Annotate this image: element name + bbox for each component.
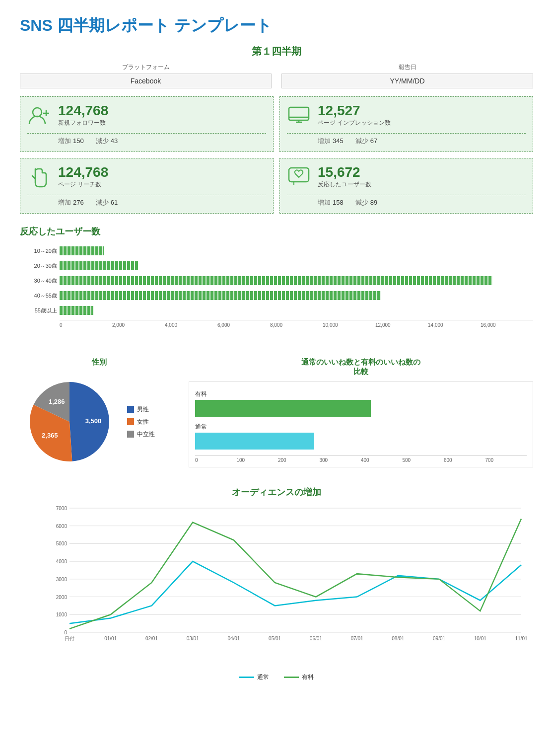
- gender-chart-title: 性別: [20, 358, 179, 367]
- decrease-followers: 減少43: [96, 137, 118, 146]
- metric-card-impressions: 12,527 ページ インプレッション数 増加345 減少67: [279, 96, 533, 152]
- legend-label-2: 中立性: [137, 430, 155, 439]
- legend-color-0: [127, 406, 134, 413]
- legend-color-2: [127, 431, 134, 438]
- pie-label-0: 3,500: [85, 417, 102, 425]
- hbar-row-0: 有料: [195, 390, 527, 417]
- hbar-axis-tick: 700: [485, 457, 527, 463]
- y-axis-label: 6000: [56, 524, 68, 529]
- pie-label-1: 2,365: [42, 432, 58, 439]
- legend-color-1: [127, 418, 134, 425]
- hbar-label-1: 通常: [195, 423, 527, 431]
- hbar-fill-1: [195, 433, 314, 450]
- metric-card-reactions: 15,672 反応したユーザー数 増加158 減少89: [279, 158, 533, 214]
- increase-reactions: 増加158: [318, 198, 344, 207]
- heart-speech-icon: [287, 165, 311, 189]
- x-axis-label: 02/01: [145, 636, 158, 641]
- metric-card-reach: 124,768 ページ リーチ数 増加276 減少61: [20, 158, 274, 214]
- axis-label: 0: [60, 322, 112, 328]
- x-axis-label: 10/01: [474, 636, 486, 641]
- bar-fill-2: [60, 276, 492, 285]
- audience-chart-title: オーディエンスの増加: [20, 486, 533, 498]
- line-series-1: [69, 519, 521, 628]
- reaction-chart-title: 反応したユーザー数: [20, 226, 533, 237]
- x-axis-label: 日付: [65, 636, 74, 641]
- x-axis-label: 06/01: [310, 636, 322, 641]
- axis-label: 2,000: [112, 322, 165, 328]
- bar-chart-area: 10～20歳 20～30歳 30～40歳 40～55歳 55歳以上 02,000…: [20, 245, 533, 343]
- legend-label-0: 男性: [137, 405, 149, 414]
- x-axis-label: 04/01: [227, 636, 240, 641]
- page-title: SNS 四半期レポート テンプレート: [20, 15, 533, 37]
- x-axis-label: 01/01: [104, 636, 117, 641]
- metric-value-reach: 124,768: [58, 164, 108, 180]
- x-axis-label: 08/01: [392, 636, 404, 641]
- bar-fill-1: [60, 261, 138, 270]
- monitor-icon: [287, 103, 311, 127]
- pie-legend: 男性 女性 中立性: [127, 405, 155, 439]
- bar-label-0: 10～20歳: [20, 247, 57, 255]
- line-legend-swatch-0: [239, 677, 254, 678]
- hbar-axis-tick: 0: [195, 457, 237, 463]
- hbar-axis-tick: 100: [237, 457, 278, 463]
- bar-fill-4: [60, 306, 93, 315]
- gender-pie-chart: 3,5002,3651,286: [20, 372, 119, 471]
- axis-label: 6,000: [217, 322, 270, 328]
- hbar-row-1: 通常: [195, 423, 527, 450]
- axis-label: 8,000: [270, 322, 323, 328]
- charts-row: 性別 3,5002,3651,286 男性 女性 中立性 通常のいいね数と有料の…: [20, 358, 533, 471]
- bar-label-1: 20～30歳: [20, 262, 57, 270]
- date-section: 報告日 YY/MM/DD: [281, 63, 533, 88]
- y-axis-label: 5000: [56, 541, 68, 546]
- decrease-reactions: 減少89: [355, 198, 377, 207]
- bar-fill-0: [60, 246, 104, 255]
- svg-point-0: [33, 108, 42, 117]
- metric-label-impressions: ページ インプレッション数: [318, 119, 391, 127]
- x-axis-label: 03/01: [187, 636, 199, 641]
- axis-label: 10,000: [323, 322, 375, 328]
- audience-line-chart-section: オーディエンスの増加 01000200030004000500060007000…: [20, 486, 533, 681]
- x-axis-label: 05/01: [269, 636, 281, 641]
- decrease-impressions: 減少67: [355, 137, 377, 146]
- platform-value[interactable]: Facebook: [20, 74, 272, 88]
- likes-compare-section: 通常のいいね数と有料のいいね数の 比較 有料 通常 01002003004005…: [189, 358, 533, 467]
- svg-rect-3: [289, 107, 309, 120]
- platform-section: プラットフォーム Facebook: [20, 63, 272, 88]
- hbar-label-0: 有料: [195, 390, 527, 398]
- hbar-axis-tick: 400: [361, 457, 403, 463]
- axis-label: 16,000: [481, 322, 533, 328]
- line-series-0: [69, 561, 521, 623]
- line-legend-item-0: 通常: [239, 673, 269, 681]
- svg-rect-7: [289, 168, 309, 182]
- y-axis-label: 1000: [56, 612, 68, 617]
- y-axis-label: 3000: [56, 577, 68, 582]
- metric-value-impressions: 12,527: [318, 103, 391, 119]
- decrease-reach: 減少61: [96, 198, 118, 207]
- pie-legend-item-1: 女性: [127, 418, 155, 426]
- increase-reach: 増加276: [58, 198, 84, 207]
- platform-label: プラットフォーム: [20, 63, 272, 72]
- metric-label-reactions: 反応したユーザー数: [318, 180, 371, 189]
- y-axis-label: 2000: [56, 595, 68, 600]
- bar-label-3: 40～55歳: [20, 292, 57, 300]
- metrics-grid: 124,768 新規フォロワー数 増加150 減少43 12,527 ページ イ…: [20, 96, 533, 214]
- axis-label: 14,000: [428, 322, 481, 328]
- increase-followers: 増加150: [58, 137, 84, 146]
- line-legend-item-1: 有料: [284, 673, 314, 681]
- person-add-icon: [27, 103, 51, 127]
- x-axis-label: 07/01: [351, 636, 363, 641]
- date-value[interactable]: YY/MM/DD: [281, 74, 533, 88]
- metric-card-followers: 124,768 新規フォロワー数 増加150 減少43: [20, 96, 274, 152]
- line-legend-label-1: 有料: [302, 673, 314, 681]
- line-chart-svg: 01000200030004000500060007000日付01/0102/0…: [45, 503, 531, 652]
- line-legend: 通常 有料: [20, 673, 533, 681]
- y-axis-label: 4000: [56, 559, 68, 564]
- date-label: 報告日: [281, 63, 533, 72]
- axis-label: 12,000: [375, 322, 428, 328]
- hbar-axis-tick: 500: [403, 457, 444, 463]
- reaction-bar-chart-section: 反応したユーザー数 10～20歳 20～30歳 30～40歳 40～55歳 55…: [20, 226, 533, 343]
- gender-pie-section: 性別 3,5002,3651,286 男性 女性 中立性: [20, 358, 179, 471]
- hbar-axis-tick: 200: [278, 457, 320, 463]
- y-axis-label: 0: [64, 630, 67, 635]
- metric-label-followers: 新規フォロワー数: [58, 119, 108, 127]
